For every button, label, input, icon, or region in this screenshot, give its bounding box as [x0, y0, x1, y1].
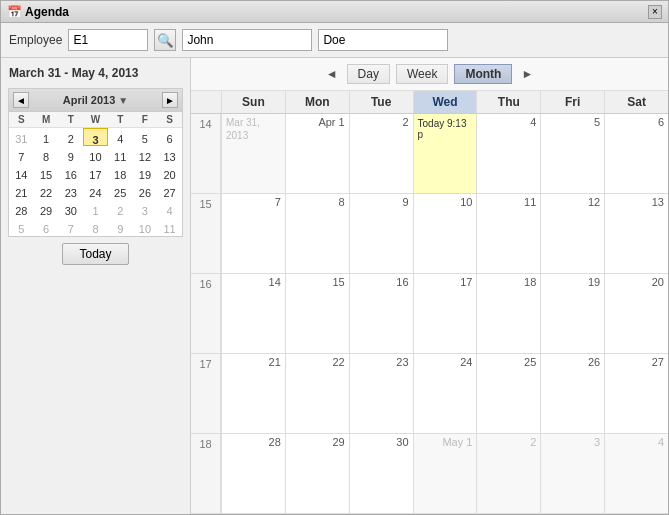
mini-cal-day[interactable]: 30	[58, 200, 83, 218]
cal-day-28[interactable]: 28	[221, 434, 285, 513]
week-num-15: 15	[191, 194, 221, 273]
mini-cal-day[interactable]: 27	[157, 182, 182, 200]
cal-day-apr5[interactable]: 5	[540, 114, 604, 193]
mini-cal-day[interactable]: 4	[157, 200, 182, 218]
cal-day-may2[interactable]: 2	[476, 434, 540, 513]
cal-day-apr4[interactable]: 4	[476, 114, 540, 193]
cal-day-9[interactable]: 9	[349, 194, 413, 273]
mini-cal-day[interactable]: 8	[83, 218, 108, 236]
mini-cal-day[interactable]: 19	[133, 164, 158, 182]
mini-cal-day[interactable]: 14	[9, 164, 34, 182]
cal-day-17[interactable]: 17	[413, 274, 477, 353]
cal-day-may1[interactable]: May 1	[413, 434, 477, 513]
cal-day-20[interactable]: 20	[604, 274, 668, 353]
first-name-input[interactable]	[182, 29, 312, 51]
mini-cal-prev-button[interactable]: ◄	[13, 92, 29, 108]
mini-cal-day[interactable]: 21	[9, 182, 34, 200]
day-num: 2	[481, 436, 536, 448]
today-button[interactable]: Today	[62, 243, 128, 265]
cal-day-14[interactable]: 14	[221, 274, 285, 353]
mini-cal-day[interactable]: 25	[108, 182, 133, 200]
cal-day-26[interactable]: 26	[540, 354, 604, 433]
mini-cal-day[interactable]: 5	[9, 218, 34, 236]
week-view-button[interactable]: Week	[396, 64, 448, 84]
month-view-button[interactable]: Month	[454, 64, 512, 84]
mini-cal-next-button[interactable]: ►	[162, 92, 178, 108]
cal-day-29[interactable]: 29	[285, 434, 349, 513]
cal-day-may3[interactable]: 3	[540, 434, 604, 513]
mini-cal-day[interactable]: 10	[83, 146, 108, 164]
cal-day-23[interactable]: 23	[349, 354, 413, 433]
cal-day-10[interactable]: 10	[413, 194, 477, 273]
mini-cal-day[interactable]: 22	[34, 182, 59, 200]
mini-cal-day[interactable]: 2	[108, 200, 133, 218]
cal-day-30[interactable]: 30	[349, 434, 413, 513]
employee-label: Employee	[9, 33, 62, 47]
cal-day-16[interactable]: 16	[349, 274, 413, 353]
day-num: 6	[609, 116, 664, 128]
mini-cal-day[interactable]: 11	[157, 218, 182, 236]
cal-day-mar31[interactable]: Mar 31,2013	[221, 114, 285, 193]
cal-day-25[interactable]: 25	[476, 354, 540, 433]
mini-cal-day[interactable]: 26	[133, 182, 158, 200]
cal-day-apr1[interactable]: Apr 1	[285, 114, 349, 193]
day-num: Apr 1	[290, 116, 345, 128]
mini-cal-day[interactable]: 11	[108, 146, 133, 164]
cal-day-7[interactable]: 7	[221, 194, 285, 273]
mini-cal-day[interactable]: 31	[9, 128, 34, 146]
mini-cal-today[interactable]: 3	[83, 128, 108, 146]
mini-cal-day[interactable]: 3	[133, 200, 158, 218]
cal-day-21[interactable]: 21	[221, 354, 285, 433]
cal-day-apr2[interactable]: 2	[349, 114, 413, 193]
mini-cal-day[interactable]: 12	[133, 146, 158, 164]
mini-cal-day[interactable]: 23	[58, 182, 83, 200]
cal-day-today[interactable]: Today 9:13 p	[413, 114, 477, 193]
mini-cal-day[interactable]: 8	[34, 146, 59, 164]
cal-day-27[interactable]: 27	[604, 354, 668, 433]
cal-day-18[interactable]: 18	[476, 274, 540, 353]
cal-day-15[interactable]: 15	[285, 274, 349, 353]
close-button[interactable]: ×	[648, 5, 662, 19]
mini-cal-day[interactable]: 29	[34, 200, 59, 218]
mini-cal-dropdown-icon: ▼	[118, 95, 128, 106]
mini-cal-day[interactable]: 18	[108, 164, 133, 182]
cal-week-16: 16 14 15 16 17 18 19 20	[191, 274, 668, 354]
last-name-input[interactable]	[318, 29, 448, 51]
cal-day-may4[interactable]: 4	[604, 434, 668, 513]
mini-cal-day[interactable]: 28	[9, 200, 34, 218]
mini-cal-day[interactable]: 6	[34, 218, 59, 236]
cal-day-8[interactable]: 8	[285, 194, 349, 273]
mini-cal-day[interactable]: 1	[83, 200, 108, 218]
mini-cal-day[interactable]: 20	[157, 164, 182, 182]
mini-cal-day[interactable]: 7	[9, 146, 34, 164]
mini-cal-day[interactable]: 10	[133, 218, 158, 236]
mini-cal-day[interactable]: 16	[58, 164, 83, 182]
cal-day-apr6[interactable]: 6	[604, 114, 668, 193]
cal-day-19[interactable]: 19	[540, 274, 604, 353]
cal-prev-button[interactable]: ◄	[323, 65, 341, 83]
mini-cal-day[interactable]: 15	[34, 164, 59, 182]
mini-cal-day[interactable]: 24	[83, 182, 108, 200]
mini-cal-day[interactable]: 5	[133, 128, 158, 146]
search-button[interactable]: 🔍	[154, 29, 176, 51]
cal-day-12[interactable]: 12	[540, 194, 604, 273]
cal-day-13[interactable]: 13	[604, 194, 668, 273]
cal-day-11[interactable]: 11	[476, 194, 540, 273]
mini-cal-day[interactable]: 7	[58, 218, 83, 236]
mini-cal-day[interactable]: 13	[157, 146, 182, 164]
mini-cal-day[interactable]: 9	[58, 146, 83, 164]
cal-next-button[interactable]: ►	[518, 65, 536, 83]
mini-cal-week-1: 31 1 2 3 4 5 6	[9, 128, 182, 146]
day-view-button[interactable]: Day	[347, 64, 390, 84]
cal-day-24[interactable]: 24	[413, 354, 477, 433]
mini-cal-day[interactable]: 1	[34, 128, 59, 146]
employee-id-input[interactable]	[68, 29, 148, 51]
employee-bar: Employee 🔍	[1, 23, 668, 58]
mini-cal-day[interactable]: 6	[157, 128, 182, 146]
cal-day-22[interactable]: 22	[285, 354, 349, 433]
mini-cal-day[interactable]: 2	[58, 128, 83, 146]
dow-fri: F	[133, 112, 158, 127]
mini-cal-day[interactable]: 9	[108, 218, 133, 236]
mini-cal-day[interactable]: 17	[83, 164, 108, 182]
mini-cal-day[interactable]: 4	[108, 128, 133, 146]
